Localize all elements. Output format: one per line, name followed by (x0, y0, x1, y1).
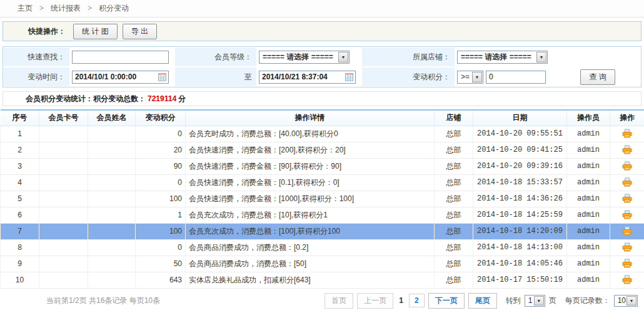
cell-operator: admin (567, 223, 610, 239)
print-icon[interactable] (622, 259, 632, 269)
page-size-value: 10 (618, 296, 626, 305)
cell-date: 2014-10-18 14:36:26 (473, 191, 567, 207)
table-row[interactable]: 10会员充时成功，消费总额：[40.00],获得积分0总部2014-10-20 … (1, 126, 644, 142)
cell-action (610, 223, 644, 239)
cell-store: 总部 (435, 142, 473, 158)
statistics-chart-button[interactable]: 统 计 图 (73, 24, 118, 39)
cell-member-card (39, 272, 88, 288)
cell-index: 5 (1, 191, 39, 207)
cell-operation-detail: 会员商品消费成功，消费总额：[0.2] (186, 239, 435, 256)
points-value-input[interactable] (486, 71, 546, 84)
cell-action (610, 207, 644, 223)
cell-points-change: 1 (136, 207, 186, 223)
print-icon[interactable] (622, 194, 632, 204)
header-action: 操作 (610, 110, 644, 126)
calendar-icon[interactable] (158, 73, 166, 81)
store-select[interactable]: ===== 请选择 ===== ▼ (457, 51, 548, 64)
time-range-label: 变动时间： (4, 67, 69, 86)
summary-unit: 分 (178, 94, 186, 103)
table-row[interactable]: 40会员快速消费，消费金额：[0.1],获得积分：0]总部2014-10-18 … (1, 174, 644, 191)
cell-member-card (39, 174, 88, 191)
page-info: 当前第1/2页 共16条记录 每页10条 (46, 296, 160, 306)
print-icon[interactable] (622, 145, 632, 155)
chevron-down-icon: ▼ (536, 52, 546, 62)
member-level-label: 会员等级： (175, 47, 256, 66)
cell-index: 2 (1, 142, 39, 158)
cell-operator: admin (567, 207, 610, 223)
cell-member-name (88, 158, 136, 174)
points-change-table: 序号 会员卡号 会员姓名 变动积分 操作详情 店铺 日期 操作员 操作 10会员… (0, 109, 644, 289)
cell-date: 2014-10-18 14:05:46 (473, 256, 567, 272)
time-from-input[interactable] (72, 71, 169, 84)
table-row[interactable]: 80会员商品消费成功，消费总额：[0.2]总部2014-10-18 14:13:… (1, 239, 644, 256)
cell-member-card (39, 158, 88, 174)
first-page-button[interactable]: 首页 (325, 293, 353, 309)
table-header-row: 序号 会员卡号 会员姓名 变动积分 操作详情 店铺 日期 操作员 操作 (1, 110, 644, 126)
header-member-name: 会员姓名 (88, 110, 136, 126)
cell-member-card (39, 191, 88, 207)
cell-action (610, 126, 644, 142)
cell-points-change: 20 (136, 142, 186, 158)
store-selected-value: ===== 请选择 ===== (461, 52, 531, 62)
cell-store: 总部 (435, 191, 473, 207)
cell-date: 2014-10-17 15:50:19 (473, 272, 567, 288)
cell-member-name (88, 272, 136, 288)
header-member-card: 会员卡号 (39, 110, 88, 126)
chevron-down-icon: ▼ (626, 296, 636, 306)
filter-panel: 快速查找： 会员等级： ===== 请选择 ===== ▼ 所属店铺： ====… (3, 46, 641, 87)
page-size-select[interactable]: 10 ▼ (614, 295, 638, 307)
cell-operator: admin (567, 239, 610, 256)
goto-page-select[interactable]: 1 ▼ (525, 295, 545, 307)
cell-operator: admin (567, 174, 610, 191)
time-to-input[interactable] (259, 71, 356, 84)
calendar-icon[interactable] (345, 73, 353, 81)
prev-page-button[interactable]: 上一页 (357, 293, 393, 309)
time-to-label: 至 (175, 67, 256, 86)
header-operation-detail: 操作详情 (186, 110, 435, 126)
store-label: 所属店铺： (362, 47, 455, 66)
print-icon[interactable] (622, 210, 632, 220)
cell-member-card (39, 256, 88, 272)
cell-operation-detail: 会员快速消费，消费金额：[1000],获得积分：100] (186, 191, 435, 207)
print-icon[interactable] (622, 129, 632, 139)
table-row[interactable]: 61会员充次成功，消费总额：[10],获得积分1总部2014-10-18 14:… (1, 207, 644, 223)
cell-date: 2014-10-18 14:20:09 (473, 223, 567, 239)
print-icon[interactable] (622, 242, 632, 252)
cell-operator: admin (567, 256, 610, 272)
points-operator-select[interactable]: >= ▼ (457, 71, 483, 84)
cell-store: 总部 (435, 174, 473, 191)
search-button[interactable]: 查 询 (580, 69, 615, 85)
quick-actions-label: 快捷操作： (28, 26, 66, 37)
cell-operation-detail: 会员快速消费，消费金额：[200],获得积分：20] (186, 142, 435, 158)
cell-points-change: 0 (136, 239, 186, 256)
pagination: 首页 上一页 1 2 下一页 尾页 转到 1 ▼ 页 每页记录数： 10 ▼ (325, 293, 638, 309)
cell-points-change: 0 (136, 126, 186, 142)
page-number-2[interactable]: 2 (409, 294, 425, 307)
breadcrumb-reports[interactable]: 统计报表 (51, 4, 81, 12)
print-icon[interactable] (622, 177, 632, 187)
points-change-label: 变动积分： (362, 67, 455, 86)
table-row[interactable]: 7100会员充次成功，消费总额：[100],获得积分100总部2014-10-1… (1, 223, 644, 239)
table-row[interactable]: 390会员快速消费，消费金额：[90],获得积分：90]总部2014-10-20… (1, 158, 644, 174)
cell-store: 总部 (435, 126, 473, 142)
last-page-button[interactable]: 尾页 (468, 293, 497, 309)
table-row[interactable]: 5100会员快速消费，消费金额：[1000],获得积分：100]总部2014-1… (1, 191, 644, 207)
cell-points-change: 0 (136, 174, 186, 191)
print-icon[interactable] (622, 226, 632, 236)
member-level-select[interactable]: ===== 请选择 ===== ▼ (259, 51, 350, 64)
cell-member-name (88, 191, 136, 207)
table-row[interactable]: 950会员商品消费成功，消费总额：[50]总部2014-10-18 14:05:… (1, 256, 644, 272)
breadcrumb-home[interactable]: 主页 (18, 4, 33, 12)
table-row[interactable]: 10643实体店兑换礼品成功，扣减积分[643]总部2014-10-17 15:… (1, 272, 644, 288)
table-row[interactable]: 220会员快速消费，消费金额：[200],获得积分：20]总部2014-10-2… (1, 142, 644, 158)
cell-member-card (39, 223, 88, 239)
cell-operator: admin (567, 142, 610, 158)
next-page-button[interactable]: 下一页 (428, 293, 465, 309)
print-icon[interactable] (622, 161, 632, 171)
export-button[interactable]: 导 出 (123, 24, 157, 39)
cell-member-card (39, 239, 88, 256)
goto-label: 转到 (506, 296, 521, 306)
print-icon[interactable] (622, 275, 632, 285)
header-store: 店铺 (435, 110, 473, 126)
quick-search-input[interactable] (72, 51, 169, 64)
